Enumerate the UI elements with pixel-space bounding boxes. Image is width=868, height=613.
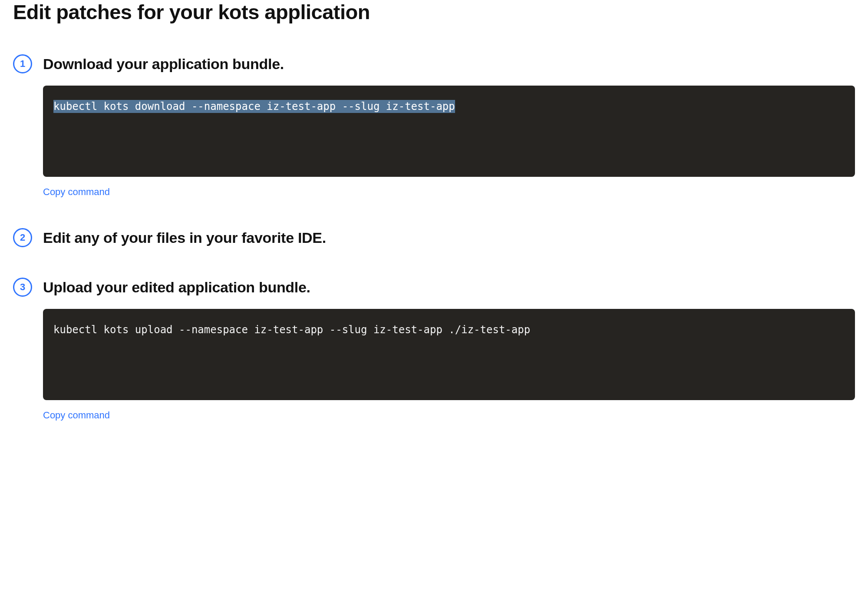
step-3: 3 Upload your edited application bundle.… (13, 278, 855, 421)
download-command-text: kubectl kots download --namespace iz-tes… (53, 100, 455, 113)
step-header: 1 Download your application bundle. (13, 54, 855, 73)
step-title: Edit any of your files in your favorite … (43, 229, 326, 246)
page-title: Edit patches for your kots application (13, 0, 855, 24)
step-number-badge: 2 (13, 228, 32, 247)
step-title: Download your application bundle. (43, 56, 284, 73)
step-header: 2 Edit any of your files in your favorit… (13, 228, 855, 247)
step-header: 3 Upload your edited application bundle. (13, 278, 855, 297)
copy-download-command-link[interactable]: Copy command (43, 186, 110, 198)
step-title: Upload your edited application bundle. (43, 279, 310, 296)
upload-command-text: kubectl kots upload --namespace iz-test-… (53, 324, 530, 336)
step-2: 2 Edit any of your files in your favorit… (13, 228, 855, 247)
copy-upload-command-link[interactable]: Copy command (43, 410, 110, 421)
download-command-block[interactable]: kubectl kots download --namespace iz-tes… (43, 86, 855, 177)
step-number-badge: 1 (13, 54, 32, 73)
step-body: kubectl kots upload --namespace iz-test-… (43, 309, 855, 421)
step-1: 1 Download your application bundle. kube… (13, 54, 855, 198)
upload-command-block[interactable]: kubectl kots upload --namespace iz-test-… (43, 309, 855, 400)
step-number-badge: 3 (13, 278, 32, 297)
step-body: kubectl kots download --namespace iz-tes… (43, 86, 855, 198)
